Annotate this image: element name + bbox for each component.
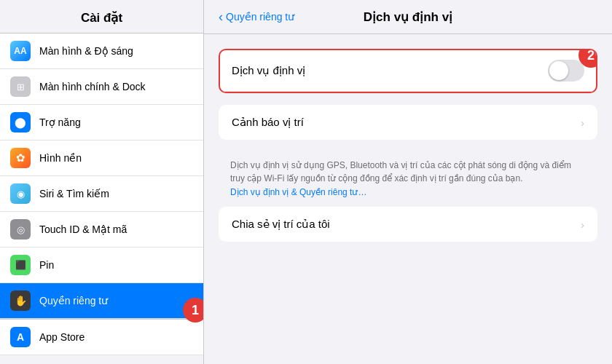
sidebar-item-label: Touch ID & Mật mã [39, 223, 127, 235]
siri-icon: ◉ [10, 183, 31, 204]
location-warning-row[interactable]: Cảnh báo vị trí › [220, 106, 596, 138]
back-label: Quyền riêng tư [226, 11, 294, 23]
dock-icon: ⊞ [10, 76, 31, 97]
sidebar-item-label: App Store [39, 331, 85, 343]
location-services-card: Dịch vụ định vị 2 [219, 49, 597, 93]
location-services-toggle[interactable] [548, 60, 584, 82]
sidebar-item-wallpaper[interactable]: ✿ Hình nền [0, 141, 203, 176]
sidebar-item-label: Màn hình chính & Dock [39, 81, 146, 92]
sidebar-list: AA Màn hình & Độ sáng ⊞ Màn hình chính &… [0, 33, 203, 364]
display-icon: AA [10, 41, 31, 61]
page-title: Dịch vụ định vị [364, 9, 452, 25]
sidebar-item-privacy[interactable]: ✋ Quyền riêng tư 1 [0, 283, 203, 319]
chevron-right-icon: › [581, 218, 584, 231]
sidebar-item-siri[interactable]: ◉ Siri & Tìm kiếm [0, 176, 203, 212]
chevron-right-icon: › [581, 116, 584, 129]
description-link[interactable]: Dịch vụ định vị & Quyền riêng tư… [230, 187, 366, 197]
location-warning-right: › [581, 116, 584, 129]
sidebar-item-touchid[interactable]: ◎ Touch ID & Mật mã [0, 212, 203, 248]
location-warning-card: Cảnh báo vị trí › [219, 105, 597, 140]
location-services-row: Dịch vụ định vị [220, 50, 596, 92]
description-area: Dịch vụ định vị sử dụng GPS, Bluetooth v… [219, 151, 597, 207]
wallpaper-icon: ✿ [10, 148, 31, 168]
share-location-label: Chia sẻ vị trí của tôi [232, 218, 330, 231]
description-text: Dịch vụ định vị sử dụng GPS, Bluetooth v… [230, 159, 586, 185]
share-location-card: Chia sẻ vị trí của tôi › [219, 207, 597, 242]
sidebar-item-accessibility[interactable]: ⬤ Trợ năng [0, 105, 203, 141]
sidebar-item-label: Siri & Tìm kiếm [39, 188, 109, 199]
sidebar-item-label: Pin [39, 259, 54, 271]
appstore-icon: A [10, 327, 31, 347]
step1-badge: 1 [183, 298, 203, 323]
accessibility-icon: ⬤ [10, 112, 31, 132]
sidebar-item-label: Hình nền [39, 152, 82, 164]
location-services-label: Dịch vụ định vị [232, 64, 305, 77]
battery-icon: ⬛ [10, 255, 31, 275]
sidebar-title: Cài đặt [0, 0, 203, 33]
sidebar-item-battery[interactable]: ⬛ Pin [0, 248, 203, 283]
sidebar-item-appstore[interactable]: A App Store [0, 319, 203, 355]
share-location-right: › [581, 218, 584, 231]
sidebar-item-display[interactable]: AA Màn hình & Độ sáng [0, 33, 203, 69]
main-header: ‹ Quyền riêng tư Dịch vụ định vị [204, 0, 612, 34]
sidebar-item-label: Màn hình & Độ sáng [39, 45, 133, 57]
main-body: Dịch vụ định vị 2 Cảnh báo vị trí › Dịch… [204, 34, 612, 364]
privacy-icon: ✋ [10, 290, 31, 311]
back-button[interactable]: ‹ Quyền riêng tư [219, 10, 294, 23]
main-content: ‹ Quyền riêng tư Dịch vụ định vị Dịch vụ… [204, 0, 612, 364]
sidebar-item-label: Trợ năng [39, 116, 81, 128]
sidebar-item-label: Quyền riêng tư [39, 295, 108, 306]
location-warning-label: Cảnh báo vị trí [232, 116, 304, 129]
touchid-icon: ◎ [10, 219, 31, 240]
sidebar-item-dock[interactable]: ⊞ Màn hình chính & Dock [0, 69, 203, 105]
back-chevron-icon: ‹ [219, 10, 223, 23]
share-location-row[interactable]: Chia sẻ vị trí của tôi › [220, 208, 596, 240]
sidebar: Cài đặt AA Màn hình & Độ sáng ⊞ Màn hình… [0, 0, 204, 364]
